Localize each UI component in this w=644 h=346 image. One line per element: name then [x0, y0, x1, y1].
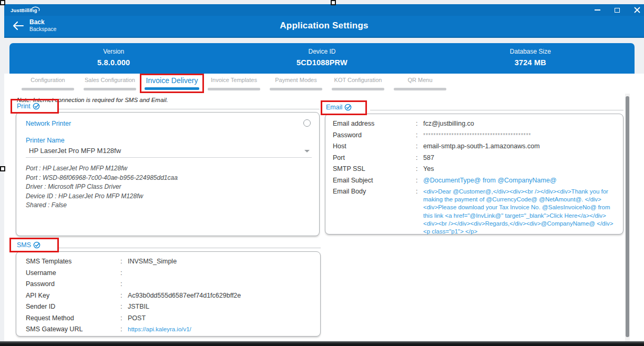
version-label: Version: [9, 48, 218, 55]
tab-underline: [22, 88, 74, 90]
tab-underline: [270, 88, 322, 90]
tab-sales-configuration[interactable]: Sales Configuration: [79, 76, 141, 94]
printer-details: Port : HP LaserJet Pro MFP M128fw Port :…: [26, 164, 178, 210]
maximize-button[interactable]: [614, 6, 621, 14]
tab-qr-menu[interactable]: QR Menu: [389, 76, 451, 94]
email-section-legend[interactable]: Email: [326, 104, 354, 111]
tab-underline: [394, 88, 446, 90]
email-port-row[interactable]: Port : 587: [333, 152, 618, 164]
tab-underline: [332, 88, 384, 90]
tab-payment-modes[interactable]: Payment Modes: [265, 76, 327, 94]
close-icon: [634, 7, 640, 13]
printer-name-select[interactable]: HP LaserJet Pro MFP M128fw: [26, 145, 312, 158]
device-id-value: 5CD1088PRW: [218, 58, 426, 67]
email-legend-rule: [370, 110, 623, 110]
email-subject-row[interactable]: Email Subject : @DocumentType@ from @Com…: [333, 175, 618, 187]
annotation-red-box: [140, 74, 204, 93]
logo-swoosh-icon: [30, 5, 42, 12]
title-bar: JustBilling: [4, 4, 644, 16]
printer-detail-line: Port : HP LaserJet Pro MFP M128fw: [26, 164, 178, 174]
check-circle-icon[interactable]: [344, 104, 352, 111]
sms-api-key-row[interactable]: API Key : Ac93b0dd555d6587eef74d1fc629bf…: [26, 290, 315, 302]
version-value: 5.8.0.000: [9, 58, 218, 67]
tab-configuration[interactable]: Configuration: [17, 76, 79, 94]
check-circle-icon[interactable]: [33, 103, 40, 110]
scrollbar-thumb[interactable]: [626, 96, 629, 337]
app-bar: Back Backspace Application Settings: [4, 16, 644, 38]
sms-templates-row[interactable]: SMS Templates : INVSMS_Simple: [26, 256, 315, 268]
printer-name-value: HP LaserJet Pro MFP M128fw: [29, 147, 121, 155]
sms-legend-label: SMS: [17, 241, 31, 249]
print-legend-label: Print: [17, 103, 30, 110]
invoice-delivery-panel: Note: Internet connection is required fo…: [4, 94, 644, 341]
vertical-scrollbar[interactable]: [625, 94, 630, 341]
minimize-button[interactable]: [594, 6, 601, 14]
smtp-ssl-row[interactable]: SMTP SSL : Yes: [333, 164, 618, 175]
tab-invoice-delivery[interactable]: Invoice Delivery: [141, 76, 203, 94]
sms-section-legend[interactable]: SMS: [17, 241, 43, 249]
tab-invoice-templates[interactable]: Invoice Templates: [203, 76, 265, 94]
maximize-icon: [615, 8, 620, 13]
chevron-down-icon: [304, 150, 310, 152]
sms-sender-id-row[interactable]: Sender ID : JSTBIL: [26, 301, 315, 313]
page-title: Application Settings: [4, 21, 644, 31]
printer-name-label: Printer Name: [26, 137, 65, 144]
network-printer-radio[interactable]: [303, 119, 311, 127]
selection-handle: [0, 0, 5, 5]
email-password-row[interactable]: Password : *****************************…: [333, 130, 618, 141]
sms-gateway-url-row[interactable]: SMS Gateway URL : https://api.kaleyra.io…: [26, 324, 315, 335]
app-logo: JustBilling: [11, 6, 37, 14]
check-circle-icon[interactable]: [33, 241, 40, 249]
tab-underline: [208, 88, 260, 90]
printer-detail-line: Driver : Microsoft IPP Class Driver: [26, 182, 178, 192]
info-bar-wrap: Version 5.8.0.000 Device ID 5CD1088PRW D…: [4, 43, 644, 74]
sms-username-row[interactable]: Username :: [26, 268, 315, 279]
email-host-row[interactable]: Host : email-smtp.ap-south-1.amazonaws.c…: [333, 141, 618, 152]
selection-handle: [331, 0, 336, 5]
sms-password-row[interactable]: Password :: [26, 279, 315, 290]
database-size-value: 3724 MB: [426, 58, 635, 67]
email-panel: Email address : fcz@justbilling.co Passw…: [325, 114, 623, 235]
printer-detail-line: Shared : False: [26, 201, 178, 210]
sms-legend-rule: [59, 248, 321, 248]
sms-panel: SMS Templates : INVSMS_Simple Username :…: [16, 251, 321, 337]
device-id-info: Device ID 5CD1088PRW: [218, 43, 426, 74]
app-window: JustBilling Back Backspace A: [4, 4, 644, 341]
print-legend-rule: [59, 109, 320, 109]
print-section-legend[interactable]: Print: [17, 103, 43, 110]
spacer-band: [4, 38, 644, 43]
device-id-label: Device ID: [218, 48, 426, 55]
minimize-icon: [595, 9, 600, 11]
print-panel: Network Printer Printer Name HP LaserJet…: [16, 112, 320, 236]
database-size-label: Database Size: [426, 48, 635, 55]
sms-request-method-row[interactable]: Request Method : POST: [26, 313, 315, 324]
tab-kot-configuration[interactable]: KOT Configuration: [327, 76, 389, 94]
printer-detail-line: Device ID : HP LaserJet Pro MFP M128fw: [26, 192, 178, 201]
selection-handle: [0, 166, 5, 171]
email-legend-label: Email: [326, 104, 342, 111]
close-button[interactable]: [633, 6, 641, 14]
email-body-row[interactable]: Email Body : <div>Dear @Customer@,</div>…: [333, 186, 618, 236]
tab-underline: [84, 88, 136, 90]
network-printer-option[interactable]: Network Printer: [26, 120, 71, 127]
email-address-row[interactable]: Email address : fcz@justbilling.co: [333, 118, 618, 130]
printer-detail-line: Port : WSD-86f06968-7c00-40ae-b956-22498…: [26, 174, 178, 183]
database-size-info: Database Size 3724 MB: [426, 43, 635, 74]
version-info: Version 5.8.0.000: [9, 43, 218, 74]
window-bottom-edge: [0, 341, 644, 346]
info-bar: Version 5.8.0.000 Device ID 5CD1088PRW D…: [9, 43, 635, 74]
settings-tabs: Configuration Sales Configuration Invoic…: [4, 74, 644, 94]
